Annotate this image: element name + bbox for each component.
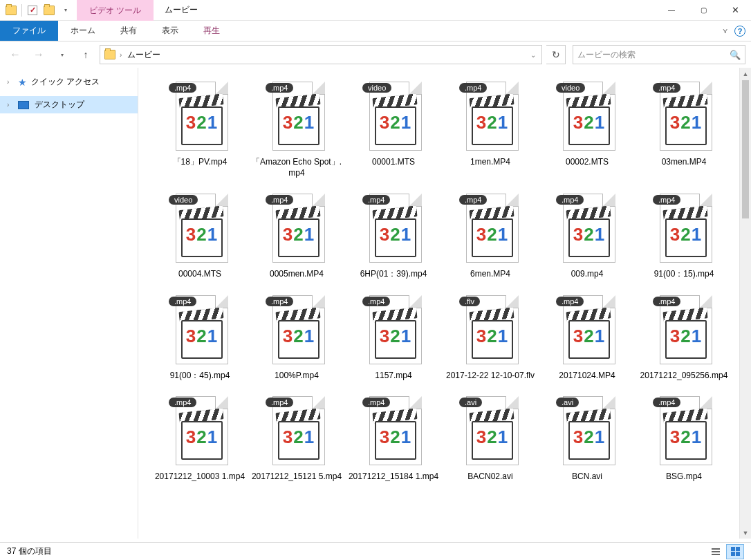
file-name: 6HP(01：39).mp4 — [360, 268, 427, 279]
file-item[interactable]: .mp43211157.mp4 — [346, 288, 441, 384]
file-thumbnail: .mp4321 — [169, 77, 231, 153]
chevron-right-icon[interactable]: › — [118, 51, 123, 59]
file-thumbnail: .mp4321 — [653, 189, 715, 265]
breadcrumb[interactable]: ムービー — [123, 49, 165, 61]
file-item[interactable]: .mp432191(00：15).mp4 — [636, 187, 732, 282]
file-item[interactable]: .mp432103men.MP4 — [636, 75, 732, 181]
ribbon-tabs: ファイル ホーム 共有 表示 再生 ⋎ ? — [0, 21, 751, 41]
file-item[interactable]: video32100002.MTS — [539, 75, 635, 181]
file-thumbnail: .mp4321 — [266, 189, 328, 265]
maximize-button[interactable]: ▢ — [687, 0, 719, 20]
chevron-right-icon[interactable]: › — [7, 78, 15, 86]
scroll-down-icon[interactable]: ▼ — [740, 527, 751, 539]
forward-button[interactable]: → — [29, 45, 48, 64]
star-icon: ★ — [18, 77, 27, 88]
refresh-button[interactable]: ↻ — [546, 45, 566, 64]
file-item[interactable]: .mp432120171212_10003 1.mp4 — [152, 389, 248, 485]
tab-home[interactable]: ホーム — [58, 21, 108, 41]
file-name: 009.mp4 — [571, 268, 604, 279]
file-extension-badge: .mp4 — [459, 83, 487, 93]
file-name: 1157.mp4 — [375, 370, 411, 381]
scroll-up-icon[interactable]: ▲ — [740, 68, 751, 80]
up-button[interactable]: ↑ — [76, 45, 95, 64]
back-button[interactable]: ← — [6, 45, 25, 64]
file-thumbnail: video321 — [169, 189, 231, 265]
file-item[interactable]: .flv3212017-12-22 12-10-07.flv — [443, 288, 538, 384]
view-details-button[interactable] — [707, 544, 725, 559]
file-item[interactable]: .mp4321「18」PV.mp4 — [152, 75, 248, 181]
file-list[interactable]: .mp4321「18」PV.mp4.mp4321「Amazon Echo Spo… — [138, 68, 751, 539]
file-thumbnail: .mp4321 — [459, 189, 521, 265]
file-item[interactable]: .avi321BACN02.avi — [443, 389, 538, 485]
file-extension-badge: .mp4 — [362, 398, 390, 407]
file-extension-badge: .mp4 — [556, 195, 584, 205]
minimize-button[interactable]: — — [656, 0, 687, 20]
file-name: 00002.MTS — [566, 156, 609, 167]
file-item[interactable]: .mp432120171212_15184 1.mp4 — [346, 389, 441, 485]
file-item[interactable]: .avi321BCN.avi — [539, 389, 635, 485]
file-item[interactable]: .mp4321BSG.mp4 — [636, 389, 732, 485]
close-button[interactable]: ✕ — [719, 0, 751, 20]
qat-new-folder-button[interactable] — [41, 0, 57, 21]
file-item[interactable]: .mp432120171024.MP4 — [539, 288, 635, 384]
tab-file[interactable]: ファイル — [0, 21, 58, 41]
file-extension-badge: video — [169, 195, 198, 205]
file-item[interactable]: .mp432120171212_095256.mp4 — [636, 288, 732, 384]
qat-properties-button[interactable]: ✓ — [24, 0, 41, 21]
view-icons-button[interactable] — [726, 544, 744, 559]
file-thumbnail: .mp4321 — [266, 392, 328, 468]
help-icon[interactable]: ? — [734, 26, 745, 37]
file-name: 20171024.MP4 — [559, 370, 615, 381]
file-item[interactable]: video32100001.MTS — [346, 75, 441, 181]
tab-play[interactable]: 再生 — [191, 21, 232, 41]
file-item[interactable]: .mp4321100%P.mp4 — [249, 288, 344, 384]
ribbon-expand-icon[interactable]: ⋎ — [723, 27, 727, 35]
file-item[interactable]: .mp432191(00：45).mp4 — [152, 288, 248, 384]
file-item[interactable]: .mp4321「Amazon Echo Spot」.mp4 — [249, 75, 344, 181]
qat-customize-button[interactable]: ▾ — [57, 0, 74, 21]
file-item[interactable]: .mp43216HP(01：39).mp4 — [346, 187, 441, 282]
address-dropdown-icon[interactable]: ⌄ — [526, 51, 540, 59]
navigation-pane: › ★ クイック アクセス › デスクトップ — [0, 68, 138, 539]
window-title: ムービー — [154, 0, 209, 20]
divider — [21, 4, 22, 17]
search-placeholder: ムービーの検索 — [577, 49, 730, 61]
status-item-count: 37 個の項目 — [7, 545, 52, 557]
file-extension-badge: .mp4 — [556, 297, 584, 306]
file-name: 20171212_10003 1.mp4 — [155, 471, 245, 482]
search-icon[interactable]: 🔍 — [730, 50, 741, 60]
file-thumbnail: .mp4321 — [653, 77, 715, 153]
file-item[interactable]: video32100004.MTS — [152, 187, 248, 282]
file-name: 1men.MP4 — [470, 156, 510, 167]
file-name: 「Amazon Echo Spot」.mp4 — [251, 156, 342, 178]
address-bar[interactable]: › ムービー ⌄ — [100, 45, 542, 64]
file-thumbnail: .mp4321 — [266, 291, 328, 367]
chevron-right-icon[interactable]: › — [7, 101, 15, 109]
file-item[interactable]: .mp43216men.MP4 — [443, 187, 538, 282]
file-name: 20171212_15184 1.mp4 — [349, 471, 438, 482]
recent-dropdown[interactable]: ▾ — [53, 45, 72, 64]
file-thumbnail: .mp4321 — [362, 291, 425, 367]
search-box[interactable]: ムービーの検索 🔍 — [573, 45, 745, 64]
tab-share[interactable]: 共有 — [108, 21, 149, 41]
file-thumbnail: video321 — [362, 77, 425, 153]
context-tab-video-tools[interactable]: ビデオ ツール — [77, 0, 154, 21]
vertical-scrollbar[interactable]: ▲ ▼ — [739, 68, 751, 539]
file-item[interactable]: .mp432120171212_15121 5.mp4 — [249, 389, 344, 485]
tab-view[interactable]: 表示 — [149, 21, 191, 41]
scrollbar-thumb[interactable] — [742, 80, 749, 218]
file-item[interactable]: .mp43211men.MP4 — [443, 75, 538, 181]
file-item[interactable]: .mp4321009.mp4 — [539, 187, 635, 282]
nav-desktop[interactable]: › デスクトップ — [0, 96, 138, 113]
file-extension-badge: .mp4 — [459, 195, 487, 205]
file-thumbnail: .mp4321 — [653, 392, 715, 468]
main-area: › ★ クイック アクセス › デスクトップ .mp4321「18」PV.mp4… — [0, 68, 751, 539]
file-name: 91(00：15).mp4 — [654, 268, 714, 279]
file-name: 「18」PV.mp4 — [173, 156, 228, 167]
file-name: 20171212_15121 5.mp4 — [252, 471, 342, 482]
file-name: 20171212_095256.mp4 — [640, 370, 728, 381]
file-thumbnail: .mp4321 — [169, 392, 231, 468]
nav-quick-access[interactable]: › ★ クイック アクセス — [0, 73, 138, 91]
file-item[interactable]: .mp43210005men.MP4 — [249, 187, 344, 282]
file-name: 91(00：45).mp4 — [170, 370, 230, 381]
